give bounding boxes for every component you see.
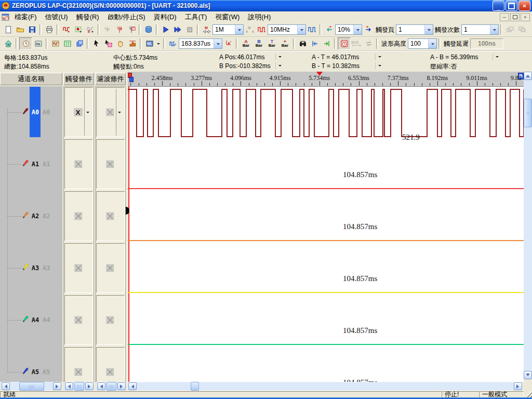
channel-pen-icon[interactable] — [22, 367, 30, 375]
filter-condition-cell[interactable] — [96, 191, 125, 241]
channel-name[interactable]: A0 — [30, 109, 41, 116]
stop-button[interactable] — [183, 24, 195, 35]
menu-trigger[interactable]: 觸發(R) — [72, 11, 103, 23]
h-scrollbar-thumb[interactable]: ||| — [74, 382, 84, 391]
filter-condition-cell[interactable] — [96, 295, 125, 345]
channel-pen-icon[interactable] — [22, 159, 30, 167]
sample-memory-icon[interactable]: M — [244, 24, 256, 35]
sampling-setup-icon[interactable] — [60, 24, 72, 35]
trigger-condition-cell[interactable] — [64, 191, 93, 241]
a-bar-button[interactable]: A Bar — [240, 38, 252, 49]
time-division-combo[interactable]: 163.837us — [179, 38, 222, 49]
state-list-window-icon[interactable] — [61, 38, 73, 49]
filter-condition-cell[interactable] — [96, 139, 125, 189]
scroll-right-button[interactable] — [53, 382, 61, 390]
goto-prev-bar-icon[interactable] — [309, 38, 321, 49]
trigger-condition-cell[interactable]: X — [64, 87, 93, 137]
trigger-page-dropdown[interactable] — [424, 25, 433, 34]
a0-waveform[interactable] — [128, 86, 524, 138]
cascade-windows-icon[interactable] — [516, 24, 528, 35]
maximize-button[interactable] — [506, 1, 517, 11]
wave-height-combo[interactable]: 100 — [408, 38, 437, 49]
menu-tools[interactable]: 工具(T) — [181, 11, 211, 23]
trigger-condition-cell[interactable] — [64, 243, 93, 293]
sync-icon[interactable] — [363, 38, 375, 49]
filter-condition-cell[interactable] — [96, 347, 125, 382]
trigger-page-combo[interactable]: 1 — [396, 24, 433, 35]
menu-file[interactable]: 檔案(F) — [10, 11, 41, 23]
zoom-trigger-icon[interactable] — [222, 38, 234, 49]
goto-trigger-left-icon[interactable] — [323, 24, 335, 35]
filter-condition-cell[interactable] — [96, 243, 125, 293]
trigger-condition-cell[interactable] — [64, 139, 93, 189]
a-t-dropdown[interactable] — [375, 54, 383, 60]
menu-window[interactable]: 視窗(W) — [211, 11, 244, 23]
time-ruler[interactable]: B 2.458ms3.277ms4.096ms4.915ms5.734ms6.5… — [128, 72, 524, 87]
scroll-right-button[interactable] — [514, 382, 522, 390]
sample-rate-combo[interactable]: 10MHz — [268, 24, 306, 35]
home-icon[interactable]: N — [2, 38, 14, 49]
mdi-document-icon[interactable] — [1, 13, 10, 21]
scroll-left-button[interactable] — [128, 382, 137, 390]
waveform-h-scrollbar[interactable] — [128, 382, 523, 391]
trigger-count-dropdown[interactable] — [490, 25, 498, 34]
time-division-dropdown[interactable] — [214, 39, 222, 48]
trigger-position-dropdown[interactable] — [353, 25, 362, 34]
sample-depth-dropdown[interactable] — [235, 25, 243, 34]
channel-name[interactable]: A5 — [30, 368, 41, 376]
trigger-col-h-scrollbar[interactable]: ||| — [64, 382, 94, 391]
sample-rate-dropdown[interactable] — [297, 25, 305, 34]
memory-page-icon[interactable]: M — [201, 24, 212, 35]
bus-grouping-icon[interactable]: BUS — [351, 38, 363, 49]
trigger-condition-cell[interactable] — [64, 347, 93, 382]
a-pos-dropdown[interactable] — [275, 54, 284, 60]
sample-depth-combo[interactable]: 1M — [212, 24, 244, 35]
print-button[interactable] — [43, 24, 55, 35]
timer-icon[interactable] — [338, 37, 351, 50]
new-file-button[interactable] — [2, 24, 14, 35]
sampling-frequency-icon[interactable] — [306, 24, 318, 35]
waveform-area[interactable]: B 2.458ms3.277ms4.096ms4.915ms5.734ms6.5… — [128, 72, 524, 382]
bus-trigger-setup-icon[interactable]: E — [84, 24, 96, 35]
trigger-mark-setup-icon[interactable] — [72, 24, 84, 35]
channel-pen-icon[interactable] — [22, 108, 30, 115]
h-scrollbar-thumb[interactable]: ||| — [107, 382, 116, 391]
module-settings-icon[interactable] — [142, 24, 154, 35]
channel-name[interactable]: A3 — [30, 264, 41, 272]
trigger-position-combo[interactable]: 10% — [335, 24, 362, 35]
v-scrollbar-thumb[interactable]: ≡ — [524, 99, 532, 127]
pointer-icon[interactable] — [90, 38, 102, 49]
minimize-button[interactable]: _ — [493, 1, 504, 11]
channel-name-h-scrollbar[interactable]: |||| — [1, 382, 62, 391]
channel-name[interactable]: A4 — [30, 316, 41, 324]
trigger-probe-t-icon[interactable]: T — [113, 24, 125, 35]
trigger-xt-icon[interactable]: X — [101, 24, 113, 35]
a-b-dropdown[interactable] — [493, 54, 501, 60]
filter-condition-cell[interactable] — [96, 87, 125, 137]
select-pointer-icon[interactable] — [102, 38, 114, 49]
menu-signal[interactable]: 信號(U) — [41, 11, 72, 23]
channel-name[interactable]: A2 — [30, 212, 41, 220]
find-icon[interactable] — [297, 38, 309, 49]
scroll-left-button[interactable] — [97, 382, 105, 390]
t-bar-button[interactable]: T Bar — [265, 38, 278, 49]
h-scrollbar-thumb[interactable] — [191, 382, 199, 391]
b-pos-dropdown[interactable] — [275, 62, 284, 69]
repeat-run-button[interactable] — [171, 24, 183, 35]
h-scrollbar-thumb[interactable]: |||| — [19, 382, 44, 391]
bar-chart-icon[interactable] — [126, 38, 138, 49]
filter-col-h-scrollbar[interactable]: ||| — [97, 382, 126, 391]
run-button[interactable] — [159, 24, 171, 35]
navigator-icon[interactable] — [73, 38, 85, 49]
trigger-count-combo[interactable]: 1 — [461, 24, 499, 35]
menu-help[interactable]: 說明(H) — [244, 11, 275, 23]
waveform-window-icon[interactable] — [49, 38, 61, 49]
trigger-condition-cell[interactable] — [64, 295, 93, 345]
channel-pen-icon[interactable] — [22, 315, 30, 323]
close-button[interactable]: × — [518, 1, 530, 11]
channel-pen-icon[interactable] — [22, 211, 30, 219]
save-file-button[interactable] — [26, 24, 38, 35]
wave-height-dropdown[interactable] — [428, 39, 436, 48]
pattern-display-dropdown[interactable] — [155, 38, 162, 49]
goto-next-bar-icon[interactable] — [321, 38, 332, 49]
